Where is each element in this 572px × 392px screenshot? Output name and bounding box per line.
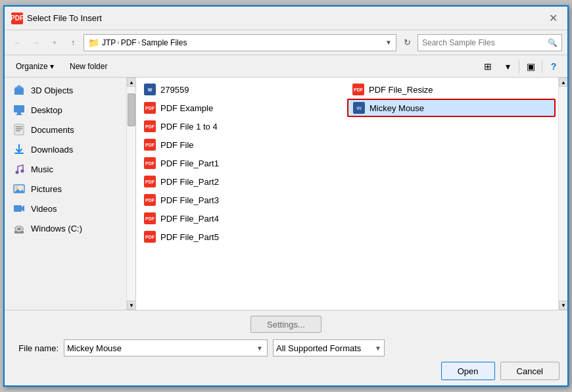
address-box[interactable]: 📁 JTP › PDF › Sample Files ▼ (83, 34, 396, 51)
empty-cell-3 (347, 154, 556, 172)
svg-rect-0 (14, 88, 24, 95)
svg-marker-16 (22, 205, 24, 212)
title-bar-left: PDF Select File To Insert (11, 12, 102, 24)
sidebar-item-documents[interactable]: Documents (5, 120, 126, 139)
format-select[interactable]: All Supported Formats ▼ (273, 339, 385, 356)
search-box[interactable]: 🔍 (417, 34, 562, 51)
filename-dropdown-button[interactable]: ▼ (255, 345, 264, 352)
svg-rect-8 (16, 130, 20, 132)
up-button[interactable]: ↑ (65, 35, 81, 51)
svg-marker-1 (14, 85, 24, 88)
scroll-up-button[interactable]: ▲ (127, 78, 136, 87)
sidebar-item-videos[interactable]: Videos (5, 199, 126, 218)
new-folder-label: New folder (70, 62, 107, 71)
sidebar-item-pictures[interactable]: Pictures (5, 179, 126, 199)
filename-input-wrap[interactable]: ▼ (64, 339, 268, 356)
view-dropdown-button[interactable]: ▾ (499, 58, 516, 75)
pane-button[interactable]: ▣ (522, 58, 539, 75)
organize-button[interactable]: Organize ▾ (10, 58, 60, 75)
scroll-down-button[interactable]: ▼ (127, 301, 136, 310)
toolbar: Organize ▾ New folder ⊞ ▾ ▣ ? (5, 55, 567, 78)
new-folder-button[interactable]: New folder (64, 58, 113, 75)
main-content: 3D Objects Desktop (5, 78, 567, 310)
file-scroll-down-button[interactable]: ▼ (559, 301, 567, 310)
filename-input[interactable] (67, 343, 255, 353)
cancel-label: Cancel (517, 366, 543, 376)
chevron-1: › (117, 39, 119, 46)
sidebar-music-label: Music (31, 164, 53, 174)
file-item-pdf-part3[interactable]: PDF PDF File_Part3 (139, 191, 347, 209)
file-name-pdf-part1: PDF File_Part1 (160, 159, 219, 168)
sidebar-pictures-label: Pictures (31, 184, 62, 194)
file-item-279559[interactable]: W 279559 (139, 80, 347, 99)
file-item-pdf-part4[interactable]: PDF PDF File_Part4 (139, 209, 347, 228)
sidebar-3d-objects-label: 3D Objects (31, 86, 73, 95)
windows-c-icon (12, 222, 26, 235)
sidebar-item-music[interactable]: Music (5, 159, 126, 179)
action-row: Open Cancel (12, 362, 560, 380)
svg-point-13 (15, 186, 18, 189)
file-item-pdf-example[interactable]: PDF PDF Example (139, 99, 347, 117)
toolbar-divider-2 (542, 60, 542, 73)
settings-label: Settings... (267, 320, 305, 330)
settings-row: Settings... (12, 316, 560, 333)
scroll-track (127, 87, 135, 301)
empty-cell-2 (347, 135, 556, 154)
view-icon-button[interactable]: ⊞ (479, 58, 496, 75)
path-part-pdf: PDF (121, 38, 137, 47)
view-dropdown-icon: ▾ (506, 61, 510, 72)
empty-cell-7 (347, 228, 556, 246)
refresh-button[interactable]: ↻ (399, 35, 415, 51)
address-bar: ← → ▼ ↑ 📁 JTP › PDF › Sample Files ▼ ↻ 🔍 (5, 30, 567, 55)
sidebar-documents-label: Documents (31, 125, 74, 135)
sidebar: 3D Objects Desktop (5, 78, 126, 310)
file-name-pdf-part4: PDF File_Part4 (160, 214, 219, 224)
filename-row: File name: ▼ All Supported Formats ▼ (12, 339, 560, 356)
filename-label: File name: (12, 343, 59, 353)
back-button[interactable]: ← (10, 35, 26, 51)
dialog-title: Select File To Insert (27, 13, 102, 23)
chevron-2: › (138, 39, 140, 46)
file-item-pdf-file[interactable]: PDF PDF File (139, 135, 347, 154)
folder-icon: 📁 (88, 37, 99, 48)
recent-locations-button[interactable]: ▼ (47, 35, 62, 51)
open-button[interactable]: Open (441, 362, 495, 380)
file-item-mickey-mouse[interactable]: W Mickey Mouse (347, 99, 556, 117)
music-icon (12, 162, 26, 176)
cancel-button[interactable]: Cancel (500, 362, 560, 380)
view-icon: ⊞ (484, 61, 492, 72)
help-button[interactable]: ? (545, 58, 562, 75)
svg-rect-5 (14, 124, 24, 135)
close-button[interactable]: ✕ (545, 11, 561, 26)
search-input[interactable] (422, 38, 545, 47)
pdf-part4-icon: PDF (143, 212, 156, 225)
organize-label: Organize ▾ (16, 62, 54, 71)
pdf-1to4-icon: PDF (143, 120, 156, 133)
sidebar-item-desktop[interactable]: Desktop (5, 100, 126, 120)
address-dropdown-button[interactable]: ▼ (385, 39, 392, 46)
forward-button[interactable]: → (28, 35, 44, 51)
file-item-pdf-1to4[interactable]: PDF PDF File 1 to 4 (139, 117, 347, 135)
settings-button[interactable]: Settings... (250, 316, 322, 333)
pane-icon: ▣ (527, 61, 535, 72)
file-item-pdf-part5[interactable]: PDF PDF File_Part5 (139, 228, 347, 246)
file-item-pdf-resize[interactable]: PDF PDF File_Resize (347, 80, 556, 99)
documents-icon (12, 123, 26, 136)
svg-rect-4 (16, 114, 22, 115)
sidebar-item-3d-objects[interactable]: 3D Objects (5, 80, 126, 100)
word-file-icon: W (143, 83, 156, 96)
bottom-area: Settings... File name: ▼ All Supported F… (5, 310, 567, 385)
file-name-pdf-example: PDF Example (160, 103, 213, 113)
pdf-part2-icon: PDF (143, 175, 156, 188)
3d-objects-icon (12, 84, 26, 97)
scroll-thumb[interactable] (128, 93, 135, 126)
svg-rect-15 (14, 205, 22, 212)
file-scroll-up-button[interactable]: ▲ (559, 78, 567, 87)
pdf-resize-icon: PDF (352, 83, 365, 96)
empty-cell-6 (347, 209, 556, 228)
sidebar-item-windows-c[interactable]: Windows (C:) (5, 218, 126, 238)
sidebar-item-downloads[interactable]: Downloads (5, 139, 126, 159)
file-item-pdf-part1[interactable]: PDF PDF File_Part1 (139, 154, 347, 172)
sidebar-windows-c-label: Windows (C:) (31, 224, 82, 233)
file-item-pdf-part2[interactable]: PDF PDF File_Part2 (139, 172, 347, 191)
